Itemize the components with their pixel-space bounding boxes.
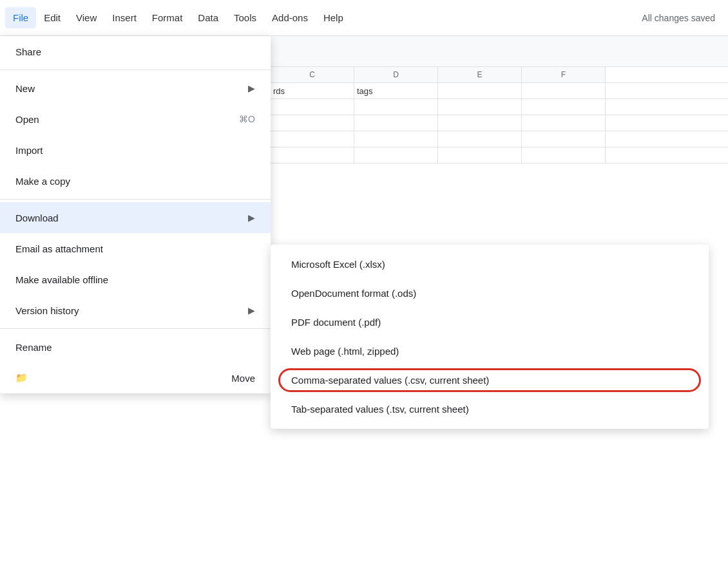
menu-tools[interactable]: Tools <box>226 7 264 28</box>
menu-addons[interactable]: Add-ons <box>264 7 316 28</box>
menu-file[interactable]: File <box>5 7 36 28</box>
grid-row-5 <box>271 147 728 164</box>
submenu-item-html[interactable]: Web page (.html, zipped) <box>271 337 709 366</box>
cell-c1[interactable]: rds <box>271 83 354 99</box>
cell-e3[interactable] <box>438 115 522 131</box>
new-label: New <box>15 83 35 94</box>
cell-f1[interactable] <box>522 83 606 99</box>
cell-d2[interactable] <box>354 99 438 115</box>
new-arrow-icon: ▶ <box>248 83 255 93</box>
pdf-label: PDF document (.pdf) <box>291 317 381 328</box>
divider-2 <box>0 199 271 200</box>
open-shortcut: ⌘O <box>239 114 255 124</box>
menu-view[interactable]: View <box>68 7 104 28</box>
menu-help[interactable]: Help <box>316 7 351 28</box>
cell-c3[interactable] <box>271 115 354 131</box>
menu-item-rename[interactable]: Rename <box>0 332 271 362</box>
divider-3 <box>0 328 271 329</box>
cell-f5[interactable] <box>522 147 606 163</box>
share-label: Share <box>15 46 41 57</box>
version-history-label: Version history <box>15 305 79 316</box>
menu-bar: File Edit View Insert Format Data Tools … <box>0 0 728 36</box>
cell-d1[interactable]: tags <box>354 83 438 99</box>
download-submenu: Microsoft Excel (.xlsx) OpenDocument for… <box>271 245 709 429</box>
ods-label: OpenDocument format (.ods) <box>291 288 416 299</box>
menu-edit[interactable]: Edit <box>36 7 68 28</box>
cell-f3[interactable] <box>522 115 606 131</box>
grid-row-2 <box>271 99 728 115</box>
cell-d5[interactable] <box>354 147 438 163</box>
cell-c4[interactable] <box>271 131 354 147</box>
rename-label: Rename <box>15 342 52 353</box>
offline-label: Make available offline <box>15 274 108 285</box>
col-headers: C D E F <box>271 67 728 83</box>
grid-row-4 <box>271 131 728 147</box>
cell-f2[interactable] <box>522 99 606 115</box>
menu-item-offline[interactable]: Make available offline <box>0 264 271 295</box>
menu-format[interactable]: Format <box>144 7 191 28</box>
file-dropdown-menu: Share New ▶ Open ⌘O Import Make a copy D… <box>0 36 271 393</box>
menu-insert[interactable]: Insert <box>104 7 144 28</box>
menu-item-import[interactable]: Import <box>0 135 271 165</box>
submenu-item-pdf[interactable]: PDF document (.pdf) <box>271 308 709 337</box>
xlsx-label: Microsoft Excel (.xlsx) <box>291 259 385 270</box>
move-label: Move <box>231 373 255 384</box>
col-header-c: C <box>271 67 354 82</box>
cell-e2[interactable] <box>438 99 522 115</box>
menu-item-share[interactable]: Share <box>0 36 271 67</box>
cell-d4[interactable] <box>354 131 438 147</box>
submenu-item-xlsx[interactable]: Microsoft Excel (.xlsx) <box>271 250 709 279</box>
move-icon: 📁 <box>15 372 28 384</box>
col-header-f: F <box>522 67 606 82</box>
col-header-e: E <box>438 67 522 82</box>
cell-c5[interactable] <box>271 147 354 163</box>
divider-1 <box>0 70 271 70</box>
menu-item-open[interactable]: Open ⌘O <box>0 104 271 135</box>
cell-e5[interactable] <box>438 147 522 163</box>
cell-d3[interactable] <box>354 115 438 131</box>
menu-item-email-attachment[interactable]: Email as attachment <box>0 233 271 264</box>
submenu-item-csv[interactable]: Comma-separated values (.csv, current sh… <box>271 366 709 395</box>
email-attachment-label: Email as attachment <box>15 243 103 254</box>
menu-item-new[interactable]: New ▶ <box>0 73 271 104</box>
menu-item-move[interactable]: 📁 Move <box>0 362 271 393</box>
cell-e4[interactable] <box>438 131 522 147</box>
cell-c2[interactable] <box>271 99 354 115</box>
import-label: Import <box>15 145 43 156</box>
html-label: Web page (.html, zipped) <box>291 346 399 357</box>
tsv-label: Tab-separated values (.tsv, current shee… <box>291 404 469 415</box>
csv-label: Comma-separated values (.csv, current sh… <box>291 375 489 386</box>
download-label: Download <box>15 212 59 223</box>
menu-data[interactable]: Data <box>190 7 226 28</box>
make-copy-label: Make a copy <box>15 176 70 187</box>
menu-item-download[interactable]: Download ▶ <box>0 202 271 233</box>
grid-row-3 <box>271 115 728 131</box>
version-history-arrow-icon: ▶ <box>248 305 255 315</box>
submenu-item-tsv[interactable]: Tab-separated values (.tsv, current shee… <box>271 395 709 424</box>
menu-item-make-copy[interactable]: Make a copy <box>0 165 271 196</box>
grid-row-1: rds tags <box>271 83 728 99</box>
menu-item-version-history[interactable]: Version history ▶ <box>0 295 271 326</box>
cell-f4[interactable] <box>522 131 606 147</box>
open-label: Open <box>15 114 39 125</box>
save-status: All changes saved <box>642 13 715 23</box>
col-header-d: D <box>354 67 438 82</box>
submenu-item-ods[interactable]: OpenDocument format (.ods) <box>271 279 709 308</box>
download-arrow-icon: ▶ <box>248 212 255 223</box>
cell-e1[interactable] <box>438 83 522 99</box>
